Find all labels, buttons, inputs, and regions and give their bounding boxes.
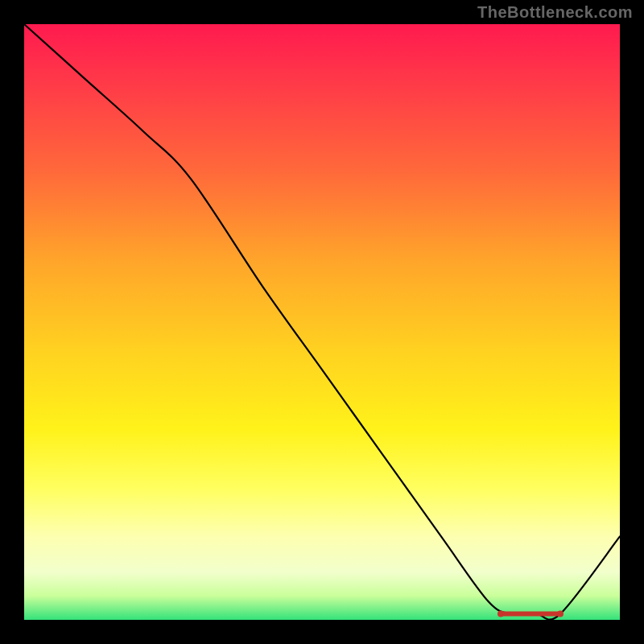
optimal-range-end-dot <box>557 611 564 617</box>
optimal-range-marker <box>497 611 564 617</box>
plot-svg <box>24 24 620 620</box>
chart-frame: TheBottleneck.com <box>0 0 644 644</box>
optimal-range-start-dot <box>497 611 504 617</box>
bottleneck-curve <box>24 24 620 620</box>
watermark-text: TheBottleneck.com <box>477 3 633 22</box>
plot-area <box>24 24 620 620</box>
